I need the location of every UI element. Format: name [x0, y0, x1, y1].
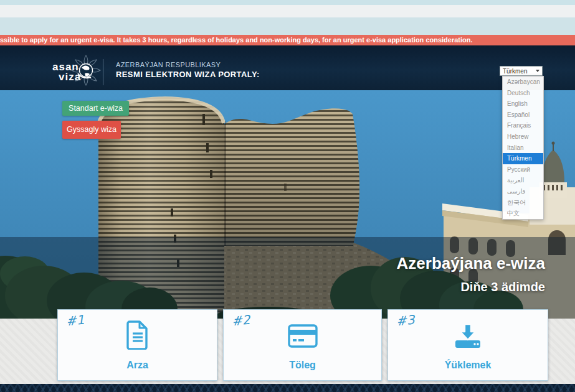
hero-headline: Azerbaýjana e-wiza [397, 254, 545, 273]
header-divider [103, 59, 103, 85]
language-option[interactable]: 한국어 [503, 197, 543, 208]
chevron-down-icon [536, 70, 539, 72]
download-icon [454, 324, 482, 348]
language-option[interactable]: Français [503, 120, 543, 131]
notification-text: ssible to apply for an urgent e-visa. It… [0, 36, 473, 44]
language-option[interactable]: Azərbaycan [503, 77, 543, 88]
standart-e-wiza-button[interactable]: Standart e-wiza [62, 101, 129, 116]
language-option[interactable]: Italian [503, 142, 543, 154]
language-option[interactable]: Türkmen [503, 153, 543, 164]
language-option[interactable]: 中文 [503, 208, 543, 219]
hero-overlay [0, 237, 575, 319]
top-bar-inner [0, 5, 575, 17]
language-option[interactable]: English [503, 98, 543, 110]
step-label: Töleg [224, 360, 381, 371]
step-label: Ýüklemek [388, 360, 548, 371]
step-card-toleg[interactable]: #2 Töleg [223, 309, 382, 381]
step-number: #1 [65, 312, 85, 329]
language-option[interactable]: العربية [503, 175, 543, 186]
step-label: Arza [58, 360, 217, 371]
language-dropdown: Azərbaycan Deutsch English Español Franç… [502, 76, 544, 220]
asan-viza-logo-icon [70, 54, 102, 86]
footer-bar [0, 384, 575, 392]
language-option[interactable]: فارسی [503, 186, 543, 197]
language-select[interactable]: Türkmen [500, 66, 543, 76]
hero-subheadline: Diňe 3 ädimde [460, 280, 545, 294]
evisa-portal-page: ssible to apply for an urgent e-visa. It… [0, 0, 575, 392]
notification-bar: ssible to apply for an urgent e-visa. It… [0, 35, 575, 45]
step-card-arza[interactable]: #1 Arza [57, 309, 217, 381]
credit-card-icon [288, 324, 318, 348]
header-title-line1: AZERBAÝJAN RESPUBLIKASY [116, 61, 221, 68]
hero-section: Standart e-wiza Gyssagly wiza Azerbaýjan… [0, 90, 575, 319]
language-select-value: Türkmen [503, 68, 527, 75]
language-option[interactable]: Español [503, 110, 543, 121]
gyssagly-wiza-button[interactable]: Gyssagly wiza [62, 121, 121, 139]
language-option[interactable]: Hebrew [503, 131, 543, 142]
step-card-yuklemek[interactable]: #3 Ýüklemek [387, 309, 548, 381]
top-bar-teal [0, 17, 575, 35]
header-title-line2: RESMI ELEKTRON WIZA PORTALY: [116, 70, 260, 79]
header: asan viza AZERBAÝJAN RESPUBLIKASY RESMI … [0, 45, 575, 90]
step-number: #2 [231, 312, 251, 329]
language-option[interactable]: Deutsch [503, 88, 543, 99]
language-option[interactable]: Русский [503, 164, 543, 175]
top-bar-outer [0, 0, 575, 5]
step-number: #3 [396, 312, 416, 329]
document-icon [126, 320, 150, 350]
